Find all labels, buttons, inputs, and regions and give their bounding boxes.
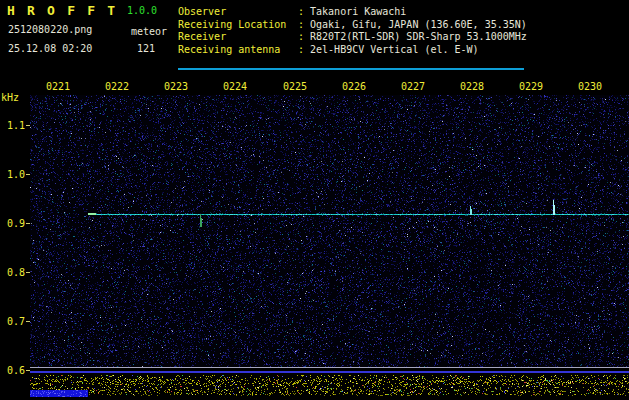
meteor-count: 121 xyxy=(137,43,155,54)
time-tick-label: 0221 xyxy=(46,81,70,92)
khz-unit-label: kHz xyxy=(1,92,19,103)
info-label: Observer xyxy=(178,6,298,19)
info-label: Receiver xyxy=(178,31,298,44)
info-value: 2el-HB9CV Vertical (el. E-W) xyxy=(310,44,479,55)
info-row: Observer:Takanori Kawachi xyxy=(178,6,527,19)
info-row: Receiving antenna:2el-HB9CV Vertical (el… xyxy=(178,44,527,57)
time-tick-label: 0226 xyxy=(342,81,366,92)
time-tick-label: 0228 xyxy=(460,81,484,92)
app-version: 1.0.0 xyxy=(127,5,157,16)
freq-tick-label: 0.7 xyxy=(0,316,25,327)
freq-tick-label: 1.0 xyxy=(0,169,25,180)
observation-info: Observer:Takanori Kawachi Receiving Loca… xyxy=(178,6,527,57)
info-label: Receiving Location xyxy=(178,19,298,32)
info-row: Receiver:R820T2(RTL-SDR) SDR-Sharp 53.10… xyxy=(178,31,527,44)
info-row: Receiving Location:Ogaki, Gifu, JAPAN (1… xyxy=(178,19,527,32)
spectrogram-canvas xyxy=(30,95,629,367)
time-tick-label: 0222 xyxy=(105,81,129,92)
info-separator: : xyxy=(298,31,310,42)
hrofft-window: H R O F F T 1.0.0 2512080220.png meteor … xyxy=(0,0,629,400)
time-tick-label: 0224 xyxy=(223,81,247,92)
time-tick-label: 0229 xyxy=(519,81,543,92)
time-tick-label: 0230 xyxy=(578,81,602,92)
info-label: Receiving antenna xyxy=(178,44,298,57)
freq-tick-label: 1.1 xyxy=(0,120,25,131)
separator-line-white xyxy=(30,367,629,368)
output-filename: 2512080220.png xyxy=(8,24,92,35)
freq-tick-label: 0.6 xyxy=(0,365,25,376)
freq-tick-label: 0.8 xyxy=(0,267,25,278)
info-separator: : xyxy=(298,44,310,55)
header-underline xyxy=(178,68,524,70)
info-value: Ogaki, Gifu, JAPAN (136.60E, 35.35N) xyxy=(310,19,527,30)
app-title: H R O F F T xyxy=(7,3,117,18)
timestamp-label: 25.12.08 02:20 xyxy=(8,43,92,54)
info-value: Takanori Kawachi xyxy=(310,6,406,17)
signal-level-strip-canvas xyxy=(30,375,629,397)
info-separator: : xyxy=(298,6,310,17)
time-tick-label: 0227 xyxy=(401,81,425,92)
time-tick-label: 0223 xyxy=(164,81,188,92)
info-value: R820T2(RTL-SDR) SDR-Sharp 53.1000MHz xyxy=(310,31,527,42)
freq-tick-label: 0.9 xyxy=(0,218,25,229)
time-tick-label: 0225 xyxy=(283,81,307,92)
info-separator: : xyxy=(298,19,310,30)
separator-line-blue xyxy=(30,371,629,373)
mode-label: meteor xyxy=(131,26,167,37)
